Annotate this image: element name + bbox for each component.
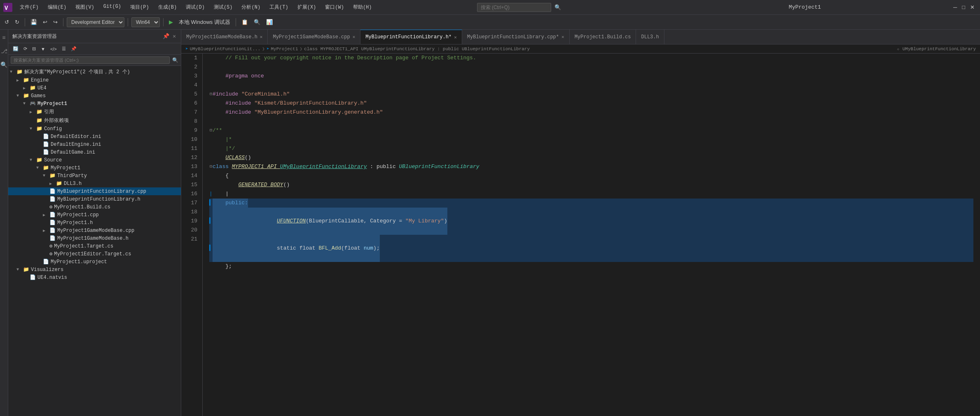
tree-item-defaulteditor[interactable]: 📄 DefaultEditor.ini bbox=[8, 133, 181, 140]
search-magnifier-icon: 🔍 bbox=[172, 57, 178, 63]
label-source: Source bbox=[44, 157, 62, 163]
breadcrumb-path1[interactable]: UMyBlueprintFunctionLit... bbox=[190, 47, 261, 51]
tab-bplib-h[interactable]: MyBlueprintFunctionLibrary.h* ✕ bbox=[360, 30, 462, 44]
code-line-18: ▍ UFUNCTION(BlueprintCallable, Category … bbox=[209, 208, 973, 235]
breadcrumb-class[interactable]: class MYPROJECT1_API UMyBlueprintFunctio… bbox=[304, 47, 530, 51]
tree-item-mp1h[interactable]: 📄 MyProject1.h bbox=[8, 219, 181, 227]
icon-myproject1: 🎮 bbox=[30, 100, 36, 107]
explorer-close-icon[interactable]: ✕ bbox=[172, 32, 177, 40]
icon-ue4: 📁 bbox=[30, 85, 36, 91]
tree-item-editortargetcs[interactable]: ⚙️ MyProject1Editor.Target.cs bbox=[8, 250, 181, 258]
toolbar-extra-3[interactable]: 📊 bbox=[264, 18, 275, 26]
breadcrumb-symbol[interactable]: ⬦ UMyBlueprintFunctionLibrary bbox=[897, 47, 976, 51]
tree-item-config[interactable]: ▼ 📁 Config bbox=[8, 125, 181, 133]
menu-window[interactable]: 窗口(W) bbox=[321, 2, 348, 12]
menu-tools[interactable]: 工具(T) bbox=[265, 2, 292, 12]
maximize-button[interactable]: □ bbox=[960, 3, 967, 12]
breadcrumb-path2[interactable]: MyProject1 bbox=[271, 47, 298, 51]
menu-build[interactable]: 生成(B) bbox=[154, 2, 181, 12]
filter-button[interactable]: ▼ bbox=[39, 45, 47, 53]
tree-item-bplib-h[interactable]: 📄 MyBlueprintFunctionLibrary.h bbox=[8, 195, 181, 203]
separator-4 bbox=[163, 18, 164, 26]
line-17-keyword: public: bbox=[213, 200, 248, 206]
toolbar-extra-2[interactable]: 🔍 bbox=[252, 18, 262, 26]
tree-item-source[interactable]: ▼ 📁 Source bbox=[8, 156, 181, 164]
tree-item-ue4[interactable]: ▶ 📁 UE4 bbox=[8, 84, 181, 92]
global-search-input[interactable] bbox=[477, 3, 551, 12]
title-bar: V 文件(F) 编辑(E) 视图(V) Git(G) 项目(P) 生成(B) 调… bbox=[0, 0, 980, 15]
pin-panel-button[interactable]: 📌 bbox=[69, 45, 79, 53]
tree-item-bplib-cpp[interactable]: 📄 MyBlueprintFunctionLibrary.cpp bbox=[8, 187, 181, 195]
run-label[interactable]: 本地 Windows 调试器 bbox=[177, 17, 232, 27]
tab-gamemode-h[interactable]: MyProject1GameModeBase.h ✕ bbox=[181, 30, 268, 44]
activity-git-icon[interactable]: ⎇ bbox=[0, 46, 8, 56]
menu-view[interactable]: 视图(V) bbox=[71, 2, 98, 12]
tree-item-mp1cpp[interactable]: ▶ 📄 MyProject1.cpp bbox=[8, 211, 181, 219]
explorer-search-input[interactable] bbox=[11, 56, 170, 64]
tab-gamemode-cpp-close[interactable]: ✕ bbox=[353, 34, 356, 40]
tab-gamemode-cpp[interactable]: MyProject1GameModeBase.cpp ✕ bbox=[268, 30, 360, 44]
tab-bplib-cpp-label: MyBlueprintFunctionLibrary.cpp* bbox=[467, 34, 559, 40]
tree-item-references[interactable]: ▶ 📁 引用 bbox=[8, 108, 181, 116]
tree-item-defaultgame[interactable]: 📄 DefaultGame.ini bbox=[8, 148, 181, 156]
tab-gamemode-h-close[interactable]: ✕ bbox=[260, 34, 263, 40]
tree-item-ue4natvis[interactable]: 📄 UE4.natvis bbox=[8, 273, 181, 281]
menu-edit[interactable]: 编辑(E) bbox=[44, 2, 71, 12]
tree-item-dll3h[interactable]: ▶ 📁 DLL3.h bbox=[8, 180, 181, 187]
tab-bplib-h-close[interactable]: ✕ bbox=[454, 35, 457, 40]
toolbar-extra-1[interactable]: 📋 bbox=[239, 18, 250, 26]
menu-file[interactable]: 文件(F) bbox=[16, 2, 43, 12]
menu-analyze[interactable]: 分析(N) bbox=[237, 2, 264, 12]
sync-button[interactable]: 🔄 bbox=[11, 45, 21, 53]
tree-item-games[interactable]: ▼ 📁 Games bbox=[8, 92, 181, 100]
tree-item-uproject[interactable]: 📄 MyProject1.uproject bbox=[8, 258, 181, 266]
tree-item-thirdparty[interactable]: ▼ 📁 ThirdParty bbox=[8, 172, 181, 180]
tree-item-engine[interactable]: ▶ 📁 Engine bbox=[8, 76, 181, 84]
icon-defaulteditor: 📄 bbox=[43, 133, 49, 140]
code-content[interactable]: // Fill out your copyright notice in the… bbox=[203, 54, 980, 416]
tree-item-visualizers[interactable]: ▼ 📁 Visualizers bbox=[8, 266, 181, 273]
label-defaultengine: DefaultEngine.ini bbox=[51, 142, 101, 147]
tree-item-source-myproject1[interactable]: ▼ 📁 MyProject1 bbox=[8, 164, 181, 172]
back-button[interactable]: ↺ bbox=[2, 18, 11, 26]
close-button[interactable]: ✕ bbox=[968, 3, 977, 12]
label-source-myproject1: MyProject1 bbox=[51, 165, 80, 171]
tab-dll3h[interactable]: DLL3.h bbox=[636, 30, 664, 44]
menu-project[interactable]: 项目(P) bbox=[126, 2, 153, 12]
activity-search-icon[interactable]: 🔍 bbox=[0, 60, 8, 70]
tree-item-gamemode-h[interactable]: 📄 MyProject1GameModeBase.h bbox=[8, 234, 181, 242]
tree-item-solution[interactable]: ▼ 📁 解决方案"MyProject1"(2 个项目，共 2 个) bbox=[8, 68, 181, 76]
undo-button[interactable]: ↩ bbox=[41, 18, 49, 26]
separator-3 bbox=[128, 18, 128, 26]
redo-button[interactable]: ↪ bbox=[51, 18, 60, 26]
refresh-button[interactable]: ⟳ bbox=[21, 45, 29, 53]
label-mp1h: MyProject1.h bbox=[57, 220, 93, 226]
menu-test[interactable]: 测试(S) bbox=[210, 2, 237, 12]
tree-item-targetcs[interactable]: ⚙️ MyProject1.Target.cs bbox=[8, 242, 181, 250]
tree-item-buildcs[interactable]: ⚙️ MyProject1.Build.cs bbox=[8, 203, 181, 211]
run-button[interactable]: ▶ bbox=[167, 18, 175, 26]
tab-buildcs[interactable]: MyProject1.Build.cs bbox=[570, 30, 636, 44]
tab-bplib-cpp-close[interactable]: ✕ bbox=[561, 34, 564, 40]
collapse-button[interactable]: ⊟ bbox=[30, 45, 38, 53]
menu-extensions[interactable]: 扩展(X) bbox=[293, 2, 320, 12]
line-12-paren: () bbox=[245, 153, 251, 162]
platform-dropdown[interactable]: Win64 bbox=[131, 17, 160, 27]
menu-git[interactable]: Git(G) bbox=[99, 2, 125, 12]
forward-button[interactable]: ↻ bbox=[13, 18, 21, 26]
tree-item-defaultengine[interactable]: 📄 DefaultEngine.ini bbox=[8, 140, 181, 148]
tree-item-myproject1[interactable]: ▼ 🎮 MyProject1 bbox=[8, 100, 181, 108]
properties-button[interactable]: ☰ bbox=[60, 45, 68, 53]
config-dropdown[interactable]: Development Editor bbox=[67, 17, 124, 27]
menu-debug[interactable]: 调试(D) bbox=[182, 2, 209, 12]
activity-solution-icon[interactable]: ≡ bbox=[1, 33, 6, 43]
tree-item-external[interactable]: 📁 外部依赖项 bbox=[8, 116, 181, 125]
save-all-button[interactable]: 💾 bbox=[28, 18, 39, 26]
code-view-button[interactable]: </> bbox=[48, 45, 59, 53]
pin-icon[interactable]: 📌 bbox=[162, 32, 170, 40]
tab-bplib-cpp[interactable]: MyBlueprintFunctionLibrary.cpp* ✕ bbox=[462, 30, 570, 44]
label-games: Games bbox=[31, 93, 46, 99]
tree-item-gamemode-cpp[interactable]: ▶ 📄 MyProject1GameModeBase.cpp bbox=[8, 227, 181, 234]
menu-help[interactable]: 帮助(H) bbox=[349, 2, 376, 12]
minimize-button[interactable]: ─ bbox=[951, 3, 959, 12]
